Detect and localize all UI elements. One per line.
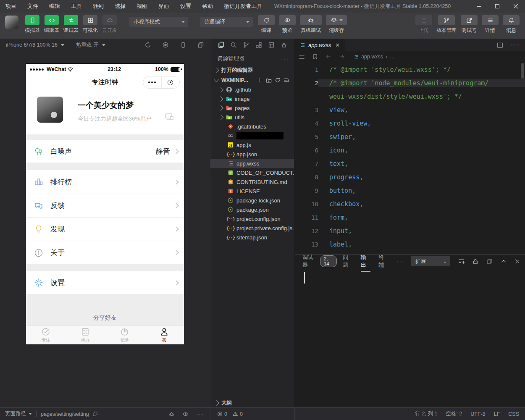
menu-view[interactable]: 视图 [131, 0, 153, 13]
multi-window-icon[interactable] [197, 42, 204, 48]
page-path-value[interactable]: pages/setting/setting [41, 411, 89, 417]
menu-settings[interactable]: 设置 [175, 0, 197, 13]
bookmark-icon[interactable] [308, 54, 322, 60]
menu-tools[interactable]: 工具 [66, 0, 87, 13]
lock-icon[interactable] [472, 258, 478, 265]
profile-section[interactable]: 一个美少女的梦 今日专注力超越全国36%用户 [26, 91, 184, 134]
close-miniprogram-button[interactable] [162, 76, 180, 88]
close-tab-icon[interactable]: ✕ [335, 42, 340, 48]
visualize-toggle-button[interactable]: 可视化 [83, 15, 98, 34]
rotate-icon[interactable] [144, 42, 151, 48]
hot-reload-toggle[interactable]: 热重载 开 [76, 42, 105, 49]
cell-discover[interactable]: 发现 [26, 217, 184, 241]
refresh-icon[interactable] [273, 77, 282, 83]
indent-setting[interactable]: 空格: 2 [446, 410, 462, 417]
new-file-icon[interactable] [255, 77, 264, 83]
eol-setting[interactable]: LF [494, 411, 500, 417]
tree-item-folder[interactable]: utils [210, 113, 294, 122]
cloud-dev-button[interactable]: 云开发 [102, 15, 117, 34]
minimize-button[interactable] [470, 0, 488, 13]
menu-edit[interactable]: 编辑 [44, 0, 66, 13]
details-button[interactable]: 详情 [482, 15, 499, 34]
test-account-button[interactable]: 测试号 [461, 15, 478, 34]
forward-arrow-icon[interactable] [335, 54, 349, 60]
tree-item-file[interactable]: CODE_OF_CONDUCT.md [210, 168, 294, 177]
debugger-toggle-button[interactable]: 调试器 [63, 15, 79, 34]
tab-terminal[interactable]: 终端 [379, 254, 388, 269]
tree-item-file[interactable]: package-lock.json [210, 196, 294, 205]
cell-white-noise[interactable]: 白噪声 静音 [26, 140, 184, 163]
code-editor[interactable]: 1/* @import 'style/weui.wxss'; */ 2/* @i… [295, 62, 525, 251]
tab-me[interactable]: 我 [144, 326, 184, 344]
cell-about[interactable]: 关于 [26, 241, 184, 264]
back-arrow-icon[interactable] [322, 54, 335, 60]
tab-output[interactable]: 输出 [361, 254, 370, 269]
simulator-toggle-button[interactable]: 模拟器 [25, 15, 40, 34]
more-icon[interactable]: ··· [197, 411, 205, 417]
project-root-section[interactable]: WXMINIP... [210, 75, 294, 85]
cell-feedback[interactable]: 反馈 [26, 194, 184, 217]
device-debug-button[interactable]: 真机调试 [300, 15, 322, 34]
tree-item-file[interactable]: {··} app.json [210, 150, 294, 159]
device-frame-icon[interactable] [180, 42, 186, 48]
device-select[interactable]: iPhone 6/7/8 100% 16 [6, 42, 64, 48]
maximize-panel-icon[interactable] [501, 258, 507, 264]
encoding-setting[interactable]: UTF-8 [470, 411, 485, 417]
clear-output-icon[interactable] [458, 258, 465, 265]
visibility-eye-icon[interactable] [182, 411, 189, 417]
outline-section[interactable]: 大纲 [210, 398, 294, 407]
files-icon[interactable] [215, 39, 227, 50]
editor-more-icon[interactable]: ··· [511, 41, 520, 49]
copy-icon[interactable] [92, 411, 98, 417]
preview-button[interactable]: 预览 [279, 15, 296, 34]
tree-item-folder[interactable]: .github [210, 85, 294, 94]
cell-settings[interactable]: 设置 [26, 271, 184, 294]
menu-devtools[interactable]: 微信开发者工具 [218, 0, 268, 13]
split-editor-icon[interactable] [497, 42, 503, 48]
list-icon[interactable] [295, 54, 308, 60]
tree-item-file[interactable]: package.json [210, 205, 294, 214]
panel-more-button[interactable]: ··· [396, 258, 404, 265]
close-button[interactable] [507, 0, 525, 13]
share-friends-link[interactable]: 分享好友 [93, 314, 117, 322]
explorer-more-button[interactable]: ··· [281, 55, 289, 62]
tab-records[interactable]: 记录 [105, 326, 144, 344]
clear-cache-button[interactable]: 清缓存 [326, 15, 347, 34]
mode-select[interactable]: 小程序模式 [129, 17, 188, 27]
tab-problems[interactable]: 问题 [343, 254, 352, 269]
menu-interface[interactable]: 界面 [153, 0, 175, 13]
tree-item-file-selected[interactable]: app.wxss [210, 159, 294, 168]
search-icon[interactable] [227, 39, 240, 50]
extensions-icon[interactable] [252, 39, 265, 50]
editor-scrollbar[interactable] [521, 63, 524, 79]
output-channel-select[interactable]: 扩展⌄ [411, 256, 450, 266]
messages-button[interactable]: 消息 [503, 15, 520, 34]
menu-goto[interactable]: 转到 [87, 0, 109, 13]
collapse-all-icon[interactable] [282, 77, 291, 83]
tree-item-folder[interactable]: image [210, 94, 294, 103]
menu-file[interactable]: 文件 [22, 0, 44, 13]
page-path-select[interactable]: 页面路径 [5, 410, 32, 417]
tree-item-file[interactable]: {··} project.config.json [210, 214, 294, 223]
problems-summary[interactable]: 0 0 [210, 408, 294, 420]
upload-button[interactable]: 上传 [415, 15, 432, 34]
tab-focus[interactable]: 专注 [26, 326, 66, 344]
layout-icon[interactable] [265, 39, 278, 50]
tree-item-file[interactable]: CONTRIBUTING.md [210, 177, 294, 186]
tree-item-file[interactable]: {··} sitemap.json [210, 233, 294, 242]
more-button[interactable] [143, 76, 162, 88]
open-editors-section[interactable]: 打开的编辑器 [210, 66, 294, 75]
tree-item-file[interactable]: LICENSE [210, 186, 294, 196]
split-panel-icon[interactable] [486, 258, 493, 265]
compile-button[interactable]: 编译 [258, 15, 275, 34]
breadcrumb-file[interactable]: app.wxss [354, 54, 383, 60]
tab-debugger[interactable]: 调试器 [302, 254, 317, 269]
menu-select[interactable]: 选择 [109, 0, 131, 13]
new-folder-icon[interactable] [264, 77, 273, 83]
tab-todo[interactable]: 待办 [66, 326, 105, 344]
tab-app-wxss[interactable]: app.wxss ✕ [295, 39, 345, 51]
tree-item-file-redacted[interactable] [210, 131, 294, 140]
maximize-button[interactable] [488, 0, 507, 13]
cursor-position[interactable]: 行 2, 列 1 [415, 410, 438, 417]
vconsole-bug-icon[interactable] [168, 411, 175, 417]
